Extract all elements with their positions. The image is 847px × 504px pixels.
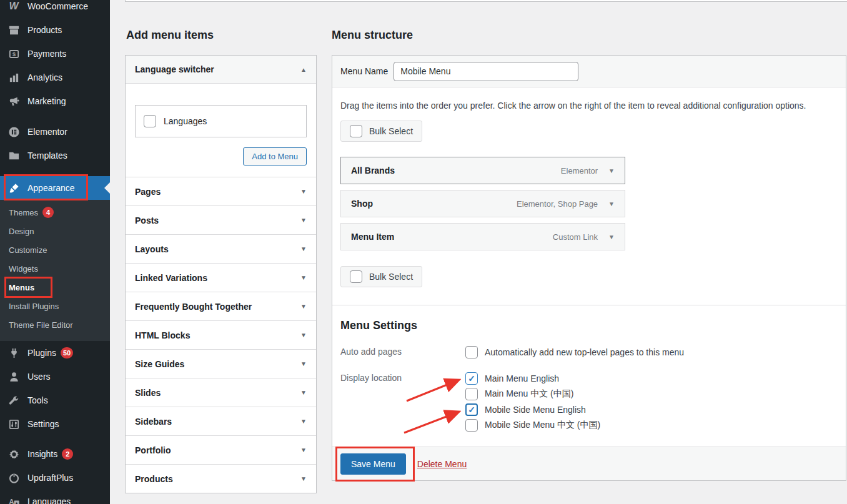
accordion-header-pages[interactable]: Pages▼ xyxy=(126,177,316,205)
sidebar-item-products[interactable]: Products xyxy=(0,18,110,42)
accordion-header-frequently-bought-together[interactable]: Frequently Bought Together▼ xyxy=(126,292,316,320)
add-menu-items-panel: Language switcher ▲ Languages Add to Men… xyxy=(125,55,317,493)
chevron-up-icon: ▲ xyxy=(300,66,307,73)
save-menu-button[interactable]: Save Menu xyxy=(340,453,406,475)
submenu-item-customize[interactable]: Customize xyxy=(0,241,110,260)
chevron-down-icon[interactable]: ▼ xyxy=(608,167,615,174)
sidebar-item-settings[interactable]: Settings xyxy=(0,412,110,436)
accordion-header-slides[interactable]: Slides▼ xyxy=(126,378,316,407)
menu-item-shop[interactable]: Shop Elementor, Shop Page ▼ xyxy=(340,190,625,217)
sidebar-item-users[interactable]: Users xyxy=(0,365,110,388)
sidebar-menu: W WooCommerce Products $ Payments Analyt… xyxy=(0,0,110,504)
sidebar-item-label: Marketing xyxy=(27,96,66,106)
delete-menu-link[interactable]: Delete Menu xyxy=(417,459,467,469)
menu-item-all-brands[interactable]: All Brands Elementor ▼ xyxy=(340,157,625,184)
sidebar-item-label: Languages xyxy=(27,497,71,504)
location-checkbox-mobile-side-menu-english[interactable] xyxy=(465,403,478,416)
language-switcher-list: Languages xyxy=(135,105,307,137)
chevron-down-icon: ▼ xyxy=(300,245,307,252)
submenu-item-themes[interactable]: Themes4 xyxy=(0,204,110,222)
sidebar-item-payments[interactable]: $ Payments xyxy=(0,42,110,66)
sidebar-item-templates[interactable]: Templates xyxy=(0,144,110,167)
sidebar-item-elementor[interactable]: Elementor xyxy=(0,120,110,144)
templates-folder-icon xyxy=(7,149,21,162)
users-person-icon xyxy=(7,370,21,383)
sidebar-item-tools[interactable]: Tools xyxy=(0,388,110,412)
location-checkbox-main-menu-chinese[interactable] xyxy=(465,388,478,400)
chevron-down-icon: ▼ xyxy=(300,447,307,453)
bulk-select-checkbox[interactable] xyxy=(350,270,362,283)
settings-sliders-icon xyxy=(7,418,21,430)
sidebar-item-label: Plugins xyxy=(27,348,56,358)
sidebar-item-label: Payments xyxy=(27,49,66,59)
menu-name-label: Menu Name xyxy=(340,66,388,76)
accordion-header-sidebars[interactable]: Sidebars▼ xyxy=(126,407,316,435)
bulk-select-bottom: Bulk Select xyxy=(340,266,422,287)
updraftplus-power-icon xyxy=(7,472,21,484)
accordion-header-language-switcher[interactable]: Language switcher ▲ xyxy=(126,56,316,84)
chevron-down-icon: ▼ xyxy=(300,360,307,367)
submenu-item-menus[interactable]: Menus xyxy=(0,279,110,297)
auto-add-pages-row: Auto add pages Automatically add new top… xyxy=(340,346,838,358)
sidebar-item-updraftplus[interactable]: UpdraftPlus xyxy=(0,466,110,490)
accordion-header-linked-variations[interactable]: Linked Variations▼ xyxy=(126,263,316,292)
accordion-header-html-blocks[interactable]: HTML Blocks▼ xyxy=(126,320,316,349)
menu-item-type: Elementor, Shop Page xyxy=(517,199,598,209)
menu-editor-body: Drag the items into the order you prefer… xyxy=(332,87,846,447)
appearance-submenu: Themes4 Design Customize Widgets Menus I… xyxy=(0,200,110,341)
add-to-menu-button[interactable]: Add to Menu xyxy=(243,147,307,166)
sidebar-item-label: Settings xyxy=(27,419,59,429)
languages-checkbox[interactable] xyxy=(144,115,156,127)
menu-item-custom[interactable]: Menu Item Custom Link ▼ xyxy=(340,223,625,250)
submenu-item-design[interactable]: Design xyxy=(0,222,110,241)
sidebar-item-label: Tools xyxy=(27,395,48,405)
insights-badge: 2 xyxy=(62,448,73,460)
accordion-header-products[interactable]: Products▼ xyxy=(126,464,316,493)
menu-name-input[interactable] xyxy=(394,62,578,81)
plugins-plug-icon xyxy=(7,347,21,359)
sidebar-item-label: Users xyxy=(27,372,51,382)
submenu-item-widgets[interactable]: Widgets xyxy=(0,260,110,279)
sidebar-item-languages[interactable]: A★ Languages xyxy=(0,490,110,504)
bulk-select-checkbox[interactable] xyxy=(350,125,362,137)
accordion-header-posts[interactable]: Posts▼ xyxy=(126,205,316,234)
analytics-chart-icon xyxy=(7,71,21,84)
sidebar-item-woocommerce[interactable]: W WooCommerce xyxy=(0,0,110,18)
sidebar-item-appearance[interactable]: Appearance xyxy=(0,176,110,200)
menu-item-type: Elementor xyxy=(561,166,598,175)
sidebar-item-analytics[interactable]: Analytics xyxy=(0,66,110,89)
products-box-icon xyxy=(7,24,21,36)
chevron-down-icon: ▼ xyxy=(300,332,307,338)
auto-add-pages-checkbox[interactable] xyxy=(465,346,478,358)
menu-item-list: All Brands Elementor ▼ Shop Elementor, S… xyxy=(340,157,625,250)
language-switcher-body: Languages Add to Menu xyxy=(126,84,316,177)
chevron-down-icon[interactable]: ▼ xyxy=(608,234,615,240)
bulk-select-label: Bulk Select xyxy=(369,126,413,136)
submenu-item-install-plugins[interactable]: Install Plugins xyxy=(0,297,110,316)
display-location-row: Display location Main Menu English xyxy=(340,372,838,432)
sidebar-item-marketing[interactable]: Marketing xyxy=(0,89,110,113)
page-top-divider xyxy=(125,0,847,2)
location-checkbox-mobile-side-menu-chinese[interactable] xyxy=(465,419,478,432)
payments-card-icon: $ xyxy=(7,47,21,60)
settings-divider xyxy=(332,305,846,305)
sidebar-item-label: Insights xyxy=(27,449,57,459)
chevron-down-icon[interactable]: ▼ xyxy=(608,200,615,207)
sidebar-item-label: Templates xyxy=(27,151,67,161)
display-location-options: Main Menu English Main Menu 中文 (中国) Mobi… xyxy=(465,372,600,432)
chevron-down-icon: ▼ xyxy=(300,303,307,310)
accordion-header-portfolio[interactable]: Portfolio▼ xyxy=(126,435,316,464)
location-checkbox-main-menu-english[interactable] xyxy=(465,372,478,385)
sidebar-item-insights[interactable]: Insights 2 xyxy=(0,442,110,466)
accordion-header-size-guides[interactable]: Size Guides▼ xyxy=(126,349,316,378)
sidebar-item-label: WooCommerce xyxy=(27,1,88,11)
sidebar-separator xyxy=(0,113,110,120)
menu-structure-heading: Menu structure xyxy=(332,29,413,42)
accordion-header-layouts[interactable]: Layouts▼ xyxy=(126,234,316,263)
auto-add-pages-checkbox-label: Automatically add new top-level pages to… xyxy=(485,347,684,357)
submenu-item-theme-file-editor[interactable]: Theme File Editor xyxy=(0,316,110,335)
svg-text:★: ★ xyxy=(14,501,18,504)
menu-name-header: Menu Name xyxy=(332,56,846,87)
sidebar-item-label: UpdraftPlus xyxy=(27,473,73,483)
sidebar-item-plugins[interactable]: Plugins 50 xyxy=(0,341,110,365)
